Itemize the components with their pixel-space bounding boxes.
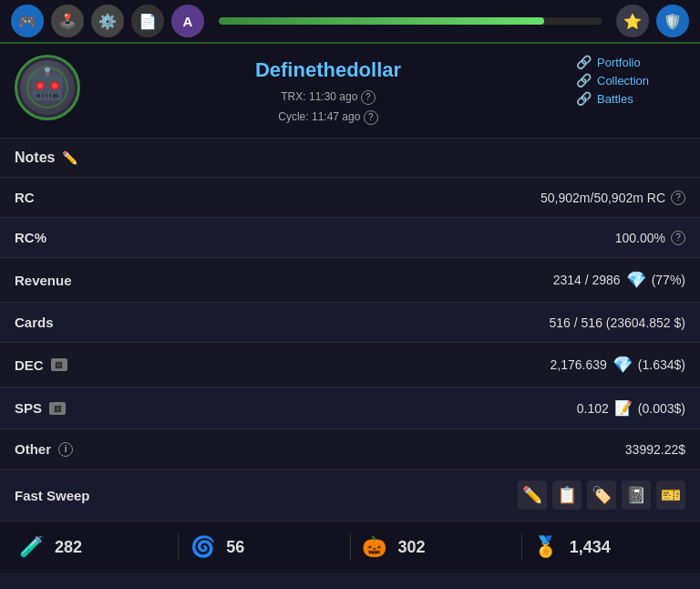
sweep-icon-3[interactable]: 🏷️ (587, 480, 616, 510)
rc-help-icon[interactable]: ? (671, 191, 685, 205)
swirl-count: 56 (226, 538, 244, 557)
revenue-gem-icon: 💎 (626, 270, 646, 290)
svg-point-4 (52, 83, 57, 88)
rcpct-value: 100.00% ? (615, 231, 685, 245)
swirl-icon: 🌀 (186, 531, 219, 563)
robot-avatar-svg (26, 66, 69, 109)
stat-row-rcpct: RC% 100.00% ? (0, 218, 700, 258)
cards-label: Cards (15, 315, 54, 330)
bottom-stat-swirl: 🌀 56 (186, 531, 342, 563)
nav-icon-controller[interactable]: 🕹️ (51, 5, 84, 37)
nav-left: 🎮 🕹️ ⚙️ 📄 A (11, 5, 204, 37)
sweep-icon-2[interactable]: 📋 (552, 480, 582, 510)
svg-point-3 (37, 83, 43, 88)
rc-text: 50,902m/50,902m RC (540, 191, 665, 205)
notes-edit-icon[interactable]: ✏️ (62, 150, 77, 165)
potion-icon: 🧪 (15, 531, 47, 563)
sps-dollar: (0.003$) (638, 401, 685, 416)
cards-text: 516 / 516 (23604.852 $) (550, 315, 685, 330)
revenue-label: Revenue (15, 273, 72, 288)
stat-row-rc: RC 50,902m/50,902m RC ? (0, 178, 700, 218)
dec-value: 2,176.639 💎 (1.634$) (551, 355, 685, 375)
profile-links: 🔗 Portfolio 🔗 Collection 🔗 Battles (576, 55, 685, 106)
cycle-time: 11:47 ago (312, 110, 360, 123)
fast-sweep-label: Fast Sweep (15, 488, 90, 503)
sweep-icon-4[interactable]: 📓 (622, 480, 651, 510)
revenue-numbers: 2314 / 2986 (553, 273, 621, 287)
stat-row-other: Other i 33992.22$ (0, 429, 700, 470)
cards-value: 516 / 516 (23604.852 $) (550, 315, 685, 330)
profile-center: Definethedollar TRX: 11:30 ago ? Cycle: … (80, 55, 576, 127)
divider-3 (521, 533, 522, 561)
stat-row-sps: SPS ▤ 0.102 📝 (0.003$) (0, 388, 700, 429)
portfolio-icon: 🔗 (576, 55, 592, 69)
trx-time: 11:30 ago (309, 90, 357, 103)
trx-help-icon[interactable]: ? (361, 90, 376, 105)
other-info-icon[interactable]: i (58, 442, 73, 457)
nav-progress-bar (219, 17, 602, 25)
nav-icon-a[interactable]: A (171, 5, 204, 37)
nav-icon-settings[interactable]: ⚙️ (91, 5, 124, 37)
stat-row-dec: DEC ▤ 2,176.639 💎 (1.634$) (0, 343, 700, 388)
fast-sweep-icons: ✏️ 📋 🏷️ 📓 🎫 (518, 480, 685, 510)
rcpct-help-icon[interactable]: ? (671, 231, 685, 245)
sps-amount: 0.102 (577, 401, 609, 416)
avatar (15, 55, 80, 120)
dec-gem-icon: 💎 (612, 355, 633, 375)
sps-note-icon: 📝 (614, 399, 633, 417)
battles-label: Battles (597, 92, 633, 106)
nav-icon-game[interactable]: 🎮 (11, 5, 44, 37)
rcpct-text: 100.00% (615, 231, 665, 245)
stat-row-revenue: Revenue 2314 / 2986 💎 (77%) (0, 258, 700, 303)
dec-label: DEC ▤ (15, 357, 67, 373)
sweep-icon-5[interactable]: 🎫 (656, 480, 685, 510)
stats-container: RC 50,902m/50,902m RC ? RC% 100.00% ? Re… (0, 178, 700, 470)
dec-amount: 2,176.639 (551, 357, 607, 372)
sps-wallet-icon: ▤ (49, 402, 66, 415)
nav-right: ⭐ 🛡️ (616, 5, 689, 37)
profile-meta: TRX: 11:30 ago ? Cycle: 11:47 ago ? (80, 88, 576, 127)
avatar-inner (20, 60, 75, 115)
cycle-help-icon[interactable]: ? (364, 110, 378, 125)
collection-link[interactable]: 🔗 Collection (576, 73, 649, 88)
bottom-stat-medal: 🏅 1,434 (530, 531, 685, 563)
cycle-label: Cycle: (278, 110, 308, 123)
other-value: 33992.22$ (625, 442, 685, 457)
medal-icon: 🏅 (530, 531, 562, 563)
svg-rect-9 (51, 94, 53, 98)
pumpkin-count: 302 (398, 538, 426, 557)
svg-rect-6 (40, 94, 42, 98)
portfolio-label: Portfolio (597, 56, 641, 69)
fast-sweep-row: Fast Sweep ✏️ 📋 🏷️ 📓 🎫 (0, 470, 700, 522)
other-label: Other i (15, 441, 73, 457)
notes-label: Notes (15, 150, 55, 166)
bottom-bar: 🧪 282 🌀 56 🎃 302 🏅 1,434 (0, 522, 700, 573)
pumpkin-icon: 🎃 (358, 531, 391, 563)
nav-icon-shield[interactable]: 🛡️ (656, 5, 689, 37)
nav-icon-page[interactable]: 📄 (131, 5, 164, 37)
other-amount: 33992.22$ (625, 442, 685, 457)
sweep-icon-1[interactable]: ✏️ (518, 480, 547, 510)
bottom-stat-potion: 🧪 282 (15, 531, 170, 563)
stat-row-cards: Cards 516 / 516 (23604.852 $) (0, 303, 700, 343)
rc-value: 50,902m/50,902m RC ? (540, 191, 685, 205)
battles-icon: 🔗 (576, 91, 592, 106)
divider-2 (350, 533, 351, 561)
dec-dollar: (1.634$) (638, 357, 685, 372)
sps-label: SPS ▤ (15, 400, 66, 416)
top-nav: 🎮 🕹️ ⚙️ 📄 A ⭐ 🛡️ (0, 0, 700, 44)
rcpct-label: RC% (15, 230, 46, 245)
potion-count: 282 (55, 538, 82, 557)
portfolio-link[interactable]: 🔗 Portfolio (576, 55, 641, 69)
divider-1 (178, 533, 179, 561)
revenue-pct: (77%) (652, 273, 685, 287)
nav-icon-star[interactable]: ⭐ (616, 5, 649, 37)
sps-value: 0.102 📝 (0.003$) (577, 399, 685, 417)
collection-icon: 🔗 (576, 73, 592, 88)
rc-label: RC (15, 190, 35, 205)
notes-section: Notes ✏️ (0, 139, 700, 178)
battles-link[interactable]: 🔗 Battles (576, 91, 633, 106)
bottom-stat-pumpkin: 🎃 302 (358, 531, 514, 563)
nav-progress-fill (219, 17, 544, 25)
svg-rect-8 (47, 94, 49, 98)
